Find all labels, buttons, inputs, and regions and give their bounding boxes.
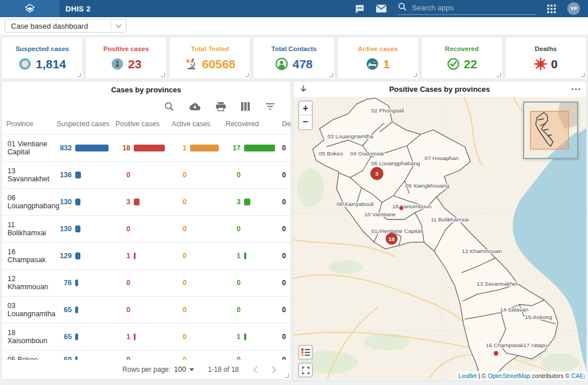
next-page-button[interactable] bbox=[272, 366, 277, 374]
map-fullscreen-button[interactable] bbox=[298, 363, 313, 378]
table-header-row: ProvinceSuspected casesPositive casesAct… bbox=[2, 114, 291, 135]
user-avatar[interactable]: YP bbox=[567, 2, 580, 15]
map-zoom-control: + − bbox=[298, 100, 313, 130]
leaflet-link[interactable]: Leaflet bbox=[459, 372, 477, 379]
recovered-cell: 0 bbox=[221, 270, 277, 297]
dashboard-selector[interactable]: Case based dashboard bbox=[5, 19, 126, 33]
map-province-label: 01 Vientiane Capital bbox=[371, 228, 421, 234]
map-point-marker[interactable] bbox=[399, 206, 403, 210]
table-row: 12 Khammouan760000 bbox=[2, 270, 291, 297]
value-bar bbox=[75, 145, 109, 151]
cell-value: 130 bbox=[57, 225, 72, 233]
suspected-cell: 65 bbox=[52, 324, 111, 351]
positive-cell: 3 bbox=[111, 189, 167, 216]
map-panel-header: Positive Cases by provinces bbox=[293, 81, 586, 97]
positive-cell: 0 bbox=[111, 216, 167, 243]
map-province-label: 16 Champasak bbox=[486, 342, 524, 348]
value-bar bbox=[75, 252, 80, 259]
app-search[interactable] bbox=[398, 2, 536, 15]
zoom-in-button[interactable]: + bbox=[299, 102, 312, 115]
column-header: Province bbox=[2, 114, 52, 135]
map-more-options-icon[interactable] bbox=[571, 88, 581, 91]
resize-handle[interactable] bbox=[161, 73, 165, 77]
resize-handle[interactable] bbox=[329, 73, 333, 77]
cell-value: 65 bbox=[57, 306, 72, 314]
dhis2-layers-icon bbox=[24, 3, 36, 14]
active-cell: 1 bbox=[167, 135, 221, 162]
fullscreen-icon bbox=[302, 367, 310, 374]
cell-value: 1 bbox=[115, 252, 130, 260]
map-download-icon[interactable] bbox=[299, 85, 308, 94]
zoom-out-button[interactable]: − bbox=[299, 115, 312, 129]
map-province-label: 03 Louangnamtha bbox=[327, 133, 373, 139]
apps-grid-icon[interactable] bbox=[547, 5, 556, 13]
column-header: Suspected cases bbox=[52, 114, 111, 135]
deaths-cell: 0 bbox=[277, 216, 291, 243]
suspected-cell: 130 bbox=[52, 216, 111, 243]
messages-icon[interactable] bbox=[355, 4, 365, 14]
cell-value: 1 bbox=[226, 252, 241, 260]
province-cell: 16 Champasak bbox=[2, 243, 52, 270]
table-columns-icon[interactable] bbox=[241, 102, 250, 111]
province-cell: 01 Vientiane Capital bbox=[2, 135, 52, 162]
map-point-marker[interactable] bbox=[494, 351, 498, 356]
bed-icon bbox=[366, 57, 379, 71]
recovered-cell: 1 bbox=[221, 243, 277, 270]
map-cluster-marker[interactable]: 18 bbox=[386, 233, 397, 244]
kpi-card-title: Total Tested bbox=[191, 45, 229, 52]
positive-cell: 0 bbox=[111, 297, 167, 324]
map-cluster-marker[interactable]: 3 bbox=[370, 168, 383, 180]
table-filter-icon[interactable] bbox=[265, 103, 275, 110]
kpi-card: Total Tested60568 bbox=[169, 37, 251, 79]
osm-link[interactable]: OpenStreetMap bbox=[488, 372, 531, 379]
previous-page-button[interactable] bbox=[253, 366, 258, 374]
kpi-card-value-row: 0 bbox=[534, 57, 558, 71]
overview-inset-map[interactable] bbox=[523, 102, 578, 159]
recovered-cell: 3 bbox=[221, 189, 277, 216]
value-bar bbox=[75, 333, 78, 340]
table-print-icon[interactable] bbox=[216, 102, 226, 111]
virus-icon bbox=[534, 57, 547, 71]
suspected-cell: 129 bbox=[52, 243, 111, 270]
kpi-card: Recovered22 bbox=[421, 37, 503, 79]
active-cell: 0 bbox=[167, 189, 221, 216]
map-attribution: Leaflet | © OpenStreetMap contributors ©… bbox=[456, 371, 586, 380]
dashboard-bar: Case based dashboard bbox=[0, 17, 588, 34]
map-cluster-marker-value: 3 bbox=[376, 170, 379, 177]
value-bar bbox=[244, 145, 275, 151]
cell-value: 0 bbox=[115, 356, 130, 360]
cell-value: 1 bbox=[226, 333, 241, 341]
table-scroll-area[interactable]: ProvinceSuspected casesPositive casesAct… bbox=[2, 114, 291, 360]
resize-handle[interactable] bbox=[245, 73, 249, 77]
kpi-card-title: Total Contacts bbox=[271, 45, 316, 52]
resize-handle[interactable] bbox=[413, 73, 417, 77]
kpi-card-value: 1,814 bbox=[36, 57, 66, 71]
map-legend-button[interactable] bbox=[298, 345, 313, 360]
kpi-card-value-row: 1 bbox=[366, 57, 390, 71]
recovered-cell: 0 bbox=[221, 162, 277, 189]
map-province-label: 04 Oudomxai bbox=[350, 150, 384, 157]
value-bar bbox=[244, 333, 246, 340]
active-cell: 0 bbox=[167, 216, 221, 243]
map-canvas[interactable]: 02 Phongsali03 Louangnamtha05 Bokeo04 Ou… bbox=[293, 97, 586, 380]
resize-handle[interactable] bbox=[581, 375, 585, 379]
resize-handle[interactable] bbox=[497, 73, 501, 77]
table-download-icon[interactable] bbox=[189, 103, 200, 111]
kpi-card-title: Suspected cases bbox=[16, 45, 69, 52]
search-input[interactable] bbox=[412, 3, 536, 12]
resize-handle[interactable] bbox=[285, 374, 289, 378]
kpi-card-value-row: 478 bbox=[275, 57, 312, 71]
table-search-icon[interactable] bbox=[164, 102, 174, 111]
cell-value: 3 bbox=[115, 198, 130, 206]
resize-handle[interactable] bbox=[77, 73, 81, 77]
cell-value: 0 bbox=[172, 225, 187, 233]
recovered-cell: 17 bbox=[221, 135, 277, 162]
column-header: Active cases bbox=[167, 114, 221, 135]
rows-per-page-control[interactable]: Rows per page: 100 bbox=[122, 365, 194, 374]
kpi-card: Deaths0 bbox=[505, 37, 587, 79]
resize-handle[interactable] bbox=[581, 73, 585, 77]
mail-icon[interactable] bbox=[376, 5, 386, 13]
value-bar bbox=[190, 145, 219, 151]
dhis2-logo[interactable] bbox=[0, 0, 60, 17]
suspected-cell: 65 bbox=[52, 297, 111, 324]
